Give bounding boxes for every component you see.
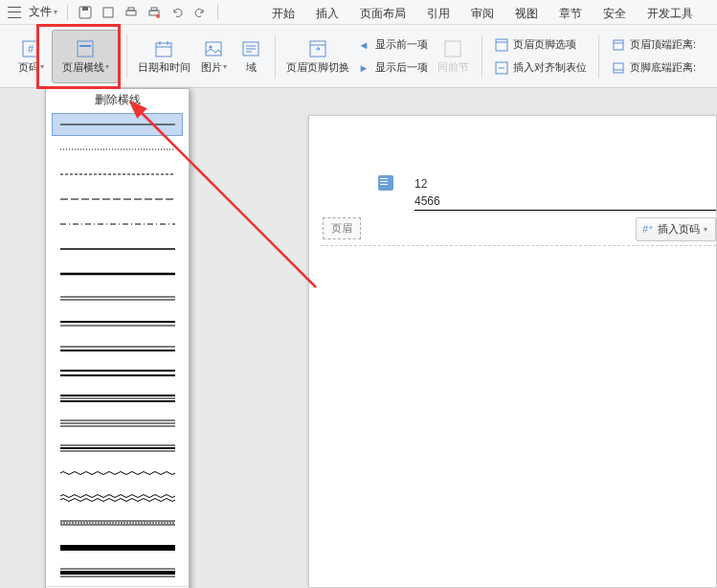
svg-rect-2 — [103, 8, 113, 17]
menu-icon[interactable] — [8, 7, 21, 18]
line-style-19[interactable] — [52, 561, 183, 584]
line-style-3[interactable] — [52, 163, 183, 186]
tab-insert[interactable]: 插入 — [312, 4, 343, 24]
line-style-12[interactable] — [52, 387, 183, 410]
svg-rect-10 — [78, 41, 93, 57]
svg-rect-3 — [126, 11, 136, 15]
hash-icon: # — [20, 38, 41, 59]
svg-rect-25 — [496, 39, 507, 51]
tab-sections[interactable]: 章节 — [555, 4, 586, 24]
prev-icon: ◄ — [356, 37, 371, 53]
tab-developer[interactable]: 开发工具 — [643, 4, 697, 24]
undo-icon[interactable] — [168, 4, 186, 21]
line-style-1[interactable] — [52, 113, 183, 136]
svg-rect-12 — [156, 43, 171, 57]
tab-home[interactable]: 开始 — [268, 4, 299, 24]
tab-view[interactable]: 视图 — [511, 4, 542, 24]
switch-icon — [307, 38, 328, 59]
line-style-13[interactable] — [52, 412, 183, 435]
hash-small-icon: #⁺ — [642, 223, 654, 236]
show-prev-button[interactable]: ◄显示前一项 — [352, 34, 432, 57]
hdr-top-dist-button[interactable]: 页眉顶端距离: — [607, 34, 700, 57]
chevron-down-icon: ▾ — [54, 8, 57, 16]
file-menu[interactable]: 文件▾ — [29, 4, 57, 20]
svg-rect-60 — [60, 545, 175, 551]
line-style-5[interactable] — [52, 213, 183, 236]
redo-icon[interactable] — [191, 4, 209, 21]
tab-layout[interactable]: 页面布局 — [356, 4, 410, 24]
ribbon: # 页码▾ 页眉横线▾ 日期和时间 图片▾ 域 页眉页脚切换 ◄显示前一项 ► — [0, 25, 717, 88]
line-style-9[interactable] — [52, 312, 183, 335]
line-style-11[interactable] — [52, 362, 183, 385]
dist-top-icon — [611, 37, 626, 53]
header-doc-icon — [378, 175, 393, 191]
picture-button[interactable]: 图片▾ — [192, 30, 235, 83]
svg-rect-29 — [614, 40, 623, 50]
chevron-down-icon: ▾ — [704, 225, 707, 234]
header-text-2[interactable]: 4566 — [415, 192, 716, 211]
line-style-15[interactable] — [52, 462, 183, 485]
svg-rect-24 — [445, 41, 460, 57]
hf-switch-button[interactable]: 页眉页脚切换 — [283, 30, 352, 83]
hf-options-button[interactable]: 页眉页脚选项 — [490, 34, 591, 57]
image-icon — [203, 38, 224, 59]
tab-icon — [494, 60, 509, 76]
date-time-button[interactable]: 日期和时间 — [135, 30, 192, 83]
line-style-8[interactable] — [52, 287, 183, 310]
header-line-icon — [75, 38, 96, 59]
field-icon — [240, 38, 261, 59]
link-icon — [442, 38, 463, 59]
dropdown-title: 删除横线 — [46, 89, 189, 111]
tab-security[interactable]: 安全 — [599, 4, 630, 24]
svg-text:#: # — [28, 43, 34, 55]
line-style-7[interactable] — [52, 262, 183, 285]
header-line-button[interactable]: 页眉横线▾ — [52, 30, 119, 83]
svg-rect-31 — [614, 63, 623, 73]
svg-rect-16 — [206, 42, 221, 56]
page-number-button[interactable]: # 页码▾ — [10, 30, 52, 83]
header-text-1[interactable]: 12 — [415, 175, 716, 192]
svg-point-17 — [210, 46, 213, 49]
document-page: 12 4566 页眉 #⁺ 插入页码 ▾ — [308, 115, 717, 588]
options-icon — [494, 37, 509, 53]
line-style-16[interactable] — [52, 486, 183, 509]
calendar-icon — [153, 38, 174, 59]
print-icon[interactable] — [123, 4, 140, 21]
line-style-17[interactable] — [52, 511, 183, 534]
line-style-4[interactable] — [52, 188, 183, 211]
line-style-18[interactable] — [52, 536, 183, 559]
line-style-10[interactable] — [52, 337, 183, 360]
insert-page-number-button[interactable]: #⁺ 插入页码 ▾ — [636, 217, 716, 241]
line-style-2[interactable] — [52, 138, 183, 161]
header-tag: 页眉 — [323, 217, 361, 239]
print-preview-icon[interactable] — [100, 4, 117, 21]
header-line-dropdown: 删除横线 页眉横线颜色(C) ▸ — [45, 88, 190, 588]
tab-references[interactable]: 引用 — [423, 4, 454, 24]
svg-rect-62 — [60, 571, 175, 575]
svg-rect-1 — [82, 7, 88, 11]
svg-rect-4 — [128, 8, 134, 11]
tab-review[interactable]: 审阅 — [467, 4, 498, 24]
dist-bot-icon — [611, 60, 626, 76]
svg-point-7 — [156, 14, 160, 18]
svg-rect-6 — [151, 8, 157, 11]
same-prev-button[interactable]: 同前节 — [432, 30, 474, 83]
insert-align-button[interactable]: 插入对齐制表位 — [490, 57, 591, 79]
line-style-14[interactable] — [52, 437, 183, 460]
field-button[interactable]: 域 — [235, 30, 267, 83]
show-next-button[interactable]: ►显示后一项 — [352, 57, 432, 79]
next-icon: ► — [356, 60, 371, 76]
save-icon[interactable] — [77, 4, 94, 21]
print-direct-icon[interactable] — [146, 4, 163, 21]
ftr-bot-dist-button[interactable]: 页脚底端距离: — [607, 57, 700, 79]
line-style-6[interactable] — [52, 237, 183, 260]
